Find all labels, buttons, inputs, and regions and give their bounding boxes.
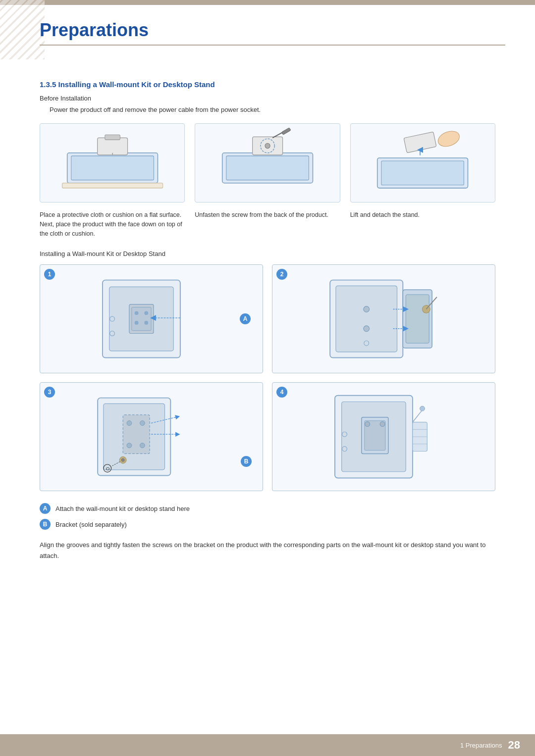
svg-rect-1: [71, 156, 154, 180]
svg-point-25: [145, 321, 149, 325]
svg-point-67: [420, 406, 425, 411]
svg-rect-42: [123, 415, 150, 454]
content-area: 1.3.5 Installing a Wall-mount Kit or Des…: [0, 50, 535, 591]
svg-point-44: [140, 421, 145, 426]
legend-badge-B: B: [40, 519, 51, 530]
svg-rect-3: [105, 135, 119, 140]
legend-text-A: Attach the wall-mount kit or desktop sta…: [55, 505, 190, 512]
diagrams-grid: 1 A: [40, 264, 495, 491]
svg-point-24: [135, 321, 139, 325]
legend-row: A Attach the wall-mount kit or desktop s…: [40, 503, 495, 530]
diagram-2: 2: [272, 264, 495, 373]
caption-3: Lift and detach the stand.: [350, 210, 495, 238]
before-label: Before Installation: [40, 95, 495, 102]
svg-rect-2: [97, 138, 127, 155]
header-area: Preparations: [0, 5, 535, 50]
legend-text-B: Bracket (sold separately): [55, 521, 127, 528]
svg-point-58: [365, 422, 370, 427]
svg-rect-32: [406, 295, 429, 343]
footer-page-number: 28: [508, 739, 520, 752]
legend-item-A: A Attach the wall-mount kit or desktop s…: [40, 503, 495, 514]
page: Preparations 1.3.5 Installing a Wall-mou…: [0, 0, 535, 756]
svg-rect-14: [381, 161, 464, 185]
svg-point-33: [364, 306, 370, 312]
step-image-3: [350, 123, 495, 202]
install-section-label: Installing a Wall-mount Kit or Desktop S…: [40, 250, 495, 257]
legend-item-B: B Bracket (sold separately): [40, 519, 495, 530]
caption-2: Unfasten the screw from the back of the …: [195, 210, 340, 238]
instruction-text: Power the product off and remove the pow…: [50, 106, 495, 113]
svg-point-17: [436, 128, 462, 149]
svg-point-22: [135, 311, 139, 315]
svg-rect-5: [62, 183, 162, 188]
step-image-1: [40, 123, 185, 202]
top-bar: [0, 0, 535, 5]
step-image-2: [195, 123, 340, 202]
svg-rect-12: [281, 128, 291, 135]
section-heading: 1.3.5 Installing a Wall-mount Kit or Des…: [40, 80, 495, 89]
svg-point-23: [145, 311, 149, 315]
page-title: Preparations: [40, 20, 505, 46]
svg-point-46: [140, 443, 145, 448]
svg-rect-21: [132, 307, 151, 331]
diagram-3: 3 B: [40, 382, 263, 491]
svg-point-45: [127, 443, 132, 448]
svg-point-59: [380, 422, 385, 427]
step-images-row: [40, 123, 495, 202]
diagram-1: 1 A: [40, 264, 263, 373]
diagram-4: 4: [272, 382, 495, 491]
captions-row: Place a protective cloth or cushion on a…: [40, 210, 495, 238]
svg-rect-7: [226, 156, 309, 180]
svg-point-34: [364, 326, 370, 332]
svg-point-10: [265, 143, 270, 148]
footer-label: 1 Preparations: [460, 742, 502, 749]
svg-point-43: [127, 421, 132, 426]
svg-line-66: [413, 410, 423, 422]
svg-rect-30: [336, 286, 397, 352]
svg-rect-15: [404, 132, 436, 152]
caption-1: Place a protective cloth or cushion on a…: [40, 210, 185, 238]
legend-badge-A: A: [40, 503, 51, 514]
bottom-text: Align the grooves and tightly fasten the…: [40, 540, 495, 561]
svg-point-53: [122, 458, 125, 461]
circle-badge-A: A: [240, 313, 251, 324]
footer: 1 Preparations 28: [0, 734, 535, 756]
svg-text:O: O: [106, 466, 110, 471]
